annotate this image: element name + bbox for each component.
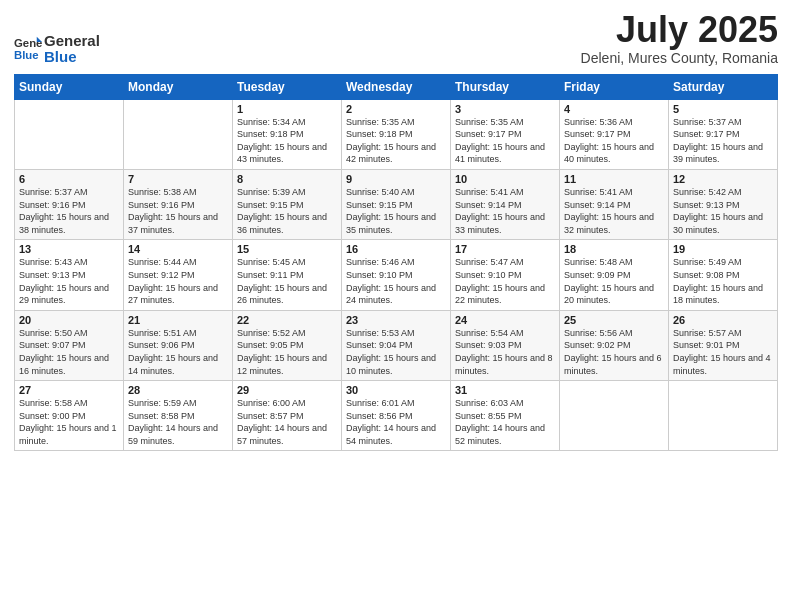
calendar-cell: 18Sunrise: 5:48 AMSunset: 9:09 PMDayligh… bbox=[560, 240, 669, 310]
day-info: Sunrise: 5:51 AMSunset: 9:06 PMDaylight:… bbox=[128, 327, 228, 377]
calendar-cell: 2Sunrise: 5:35 AMSunset: 9:18 PMDaylight… bbox=[342, 99, 451, 169]
day-number: 11 bbox=[564, 173, 664, 185]
weekday-header-saturday: Saturday bbox=[669, 74, 778, 99]
header: General Blue General Blue July 2025 Dele… bbox=[14, 10, 778, 66]
day-info: Sunrise: 5:46 AMSunset: 9:10 PMDaylight:… bbox=[346, 256, 446, 306]
day-number: 29 bbox=[237, 384, 337, 396]
day-info: Sunrise: 6:00 AMSunset: 8:57 PMDaylight:… bbox=[237, 397, 337, 447]
day-number: 25 bbox=[564, 314, 664, 326]
day-info: Sunrise: 5:35 AMSunset: 9:18 PMDaylight:… bbox=[346, 116, 446, 166]
day-info: Sunrise: 5:35 AMSunset: 9:17 PMDaylight:… bbox=[455, 116, 555, 166]
day-info: Sunrise: 5:40 AMSunset: 9:15 PMDaylight:… bbox=[346, 186, 446, 236]
day-number: 16 bbox=[346, 243, 446, 255]
calendar-cell: 21Sunrise: 5:51 AMSunset: 9:06 PMDayligh… bbox=[124, 310, 233, 380]
calendar-cell bbox=[15, 99, 124, 169]
month-title: July 2025 bbox=[581, 10, 778, 50]
calendar-cell: 16Sunrise: 5:46 AMSunset: 9:10 PMDayligh… bbox=[342, 240, 451, 310]
day-info: Sunrise: 5:44 AMSunset: 9:12 PMDaylight:… bbox=[128, 256, 228, 306]
week-row-2: 6Sunrise: 5:37 AMSunset: 9:16 PMDaylight… bbox=[15, 169, 778, 239]
day-info: Sunrise: 5:54 AMSunset: 9:03 PMDaylight:… bbox=[455, 327, 555, 377]
day-info: Sunrise: 5:39 AMSunset: 9:15 PMDaylight:… bbox=[237, 186, 337, 236]
day-number: 15 bbox=[237, 243, 337, 255]
calendar-cell: 25Sunrise: 5:56 AMSunset: 9:02 PMDayligh… bbox=[560, 310, 669, 380]
day-number: 14 bbox=[128, 243, 228, 255]
calendar-cell bbox=[560, 381, 669, 451]
calendar-cell: 26Sunrise: 5:57 AMSunset: 9:01 PMDayligh… bbox=[669, 310, 778, 380]
day-info: Sunrise: 5:37 AMSunset: 9:17 PMDaylight:… bbox=[673, 116, 773, 166]
day-number: 6 bbox=[19, 173, 119, 185]
calendar-cell: 20Sunrise: 5:50 AMSunset: 9:07 PMDayligh… bbox=[15, 310, 124, 380]
day-number: 24 bbox=[455, 314, 555, 326]
day-info: Sunrise: 5:41 AMSunset: 9:14 PMDaylight:… bbox=[564, 186, 664, 236]
calendar-cell: 22Sunrise: 5:52 AMSunset: 9:05 PMDayligh… bbox=[233, 310, 342, 380]
calendar-cell: 6Sunrise: 5:37 AMSunset: 9:16 PMDaylight… bbox=[15, 169, 124, 239]
calendar-cell: 13Sunrise: 5:43 AMSunset: 9:13 PMDayligh… bbox=[15, 240, 124, 310]
weekday-header-monday: Monday bbox=[124, 74, 233, 99]
weekday-header-friday: Friday bbox=[560, 74, 669, 99]
week-row-5: 27Sunrise: 5:58 AMSunset: 9:00 PMDayligh… bbox=[15, 381, 778, 451]
day-info: Sunrise: 5:50 AMSunset: 9:07 PMDaylight:… bbox=[19, 327, 119, 377]
calendar-cell: 5Sunrise: 5:37 AMSunset: 9:17 PMDaylight… bbox=[669, 99, 778, 169]
calendar-cell: 15Sunrise: 5:45 AMSunset: 9:11 PMDayligh… bbox=[233, 240, 342, 310]
calendar-cell: 17Sunrise: 5:47 AMSunset: 9:10 PMDayligh… bbox=[451, 240, 560, 310]
day-number: 7 bbox=[128, 173, 228, 185]
day-info: Sunrise: 5:38 AMSunset: 9:16 PMDaylight:… bbox=[128, 186, 228, 236]
day-info: Sunrise: 5:53 AMSunset: 9:04 PMDaylight:… bbox=[346, 327, 446, 377]
week-row-3: 13Sunrise: 5:43 AMSunset: 9:13 PMDayligh… bbox=[15, 240, 778, 310]
calendar-cell: 23Sunrise: 5:53 AMSunset: 9:04 PMDayligh… bbox=[342, 310, 451, 380]
day-number: 19 bbox=[673, 243, 773, 255]
day-number: 8 bbox=[237, 173, 337, 185]
day-number: 28 bbox=[128, 384, 228, 396]
week-row-4: 20Sunrise: 5:50 AMSunset: 9:07 PMDayligh… bbox=[15, 310, 778, 380]
day-number: 13 bbox=[19, 243, 119, 255]
day-number: 26 bbox=[673, 314, 773, 326]
day-info: Sunrise: 5:43 AMSunset: 9:13 PMDaylight:… bbox=[19, 256, 119, 306]
day-info: Sunrise: 5:56 AMSunset: 9:02 PMDaylight:… bbox=[564, 327, 664, 377]
day-number: 18 bbox=[564, 243, 664, 255]
day-info: Sunrise: 5:36 AMSunset: 9:17 PMDaylight:… bbox=[564, 116, 664, 166]
logo-icon: General Blue bbox=[14, 35, 42, 63]
weekday-header-tuesday: Tuesday bbox=[233, 74, 342, 99]
title-block: July 2025 Deleni, Mures County, Romania bbox=[581, 10, 778, 66]
day-info: Sunrise: 5:47 AMSunset: 9:10 PMDaylight:… bbox=[455, 256, 555, 306]
day-info: Sunrise: 5:45 AMSunset: 9:11 PMDaylight:… bbox=[237, 256, 337, 306]
day-number: 10 bbox=[455, 173, 555, 185]
day-number: 23 bbox=[346, 314, 446, 326]
day-number: 20 bbox=[19, 314, 119, 326]
calendar-cell: 12Sunrise: 5:42 AMSunset: 9:13 PMDayligh… bbox=[669, 169, 778, 239]
logo: General Blue General Blue bbox=[14, 33, 100, 66]
calendar-cell: 4Sunrise: 5:36 AMSunset: 9:17 PMDaylight… bbox=[560, 99, 669, 169]
day-number: 31 bbox=[455, 384, 555, 396]
calendar-cell bbox=[669, 381, 778, 451]
week-row-1: 1Sunrise: 5:34 AMSunset: 9:18 PMDaylight… bbox=[15, 99, 778, 169]
day-number: 9 bbox=[346, 173, 446, 185]
calendar-cell: 24Sunrise: 5:54 AMSunset: 9:03 PMDayligh… bbox=[451, 310, 560, 380]
svg-text:Blue: Blue bbox=[14, 49, 39, 61]
calendar-cell bbox=[124, 99, 233, 169]
calendar-cell: 31Sunrise: 6:03 AMSunset: 8:55 PMDayligh… bbox=[451, 381, 560, 451]
calendar-cell: 8Sunrise: 5:39 AMSunset: 9:15 PMDaylight… bbox=[233, 169, 342, 239]
calendar-cell: 11Sunrise: 5:41 AMSunset: 9:14 PMDayligh… bbox=[560, 169, 669, 239]
logo-blue: Blue bbox=[44, 49, 100, 66]
calendar-cell: 27Sunrise: 5:58 AMSunset: 9:00 PMDayligh… bbox=[15, 381, 124, 451]
day-info: Sunrise: 5:48 AMSunset: 9:09 PMDaylight:… bbox=[564, 256, 664, 306]
day-info: Sunrise: 6:01 AMSunset: 8:56 PMDaylight:… bbox=[346, 397, 446, 447]
day-info: Sunrise: 5:49 AMSunset: 9:08 PMDaylight:… bbox=[673, 256, 773, 306]
logo-general: General bbox=[44, 33, 100, 50]
calendar-cell: 3Sunrise: 5:35 AMSunset: 9:17 PMDaylight… bbox=[451, 99, 560, 169]
day-info: Sunrise: 5:59 AMSunset: 8:58 PMDaylight:… bbox=[128, 397, 228, 447]
weekday-header-thursday: Thursday bbox=[451, 74, 560, 99]
day-number: 27 bbox=[19, 384, 119, 396]
calendar: SundayMondayTuesdayWednesdayThursdayFrid… bbox=[14, 74, 778, 452]
calendar-cell: 29Sunrise: 6:00 AMSunset: 8:57 PMDayligh… bbox=[233, 381, 342, 451]
calendar-cell: 1Sunrise: 5:34 AMSunset: 9:18 PMDaylight… bbox=[233, 99, 342, 169]
weekday-header-sunday: Sunday bbox=[15, 74, 124, 99]
weekday-header-wednesday: Wednesday bbox=[342, 74, 451, 99]
day-number: 1 bbox=[237, 103, 337, 115]
day-info: Sunrise: 5:41 AMSunset: 9:14 PMDaylight:… bbox=[455, 186, 555, 236]
calendar-cell: 14Sunrise: 5:44 AMSunset: 9:12 PMDayligh… bbox=[124, 240, 233, 310]
day-info: Sunrise: 5:58 AMSunset: 9:00 PMDaylight:… bbox=[19, 397, 119, 447]
calendar-cell: 19Sunrise: 5:49 AMSunset: 9:08 PMDayligh… bbox=[669, 240, 778, 310]
day-number: 2 bbox=[346, 103, 446, 115]
day-info: Sunrise: 5:57 AMSunset: 9:01 PMDaylight:… bbox=[673, 327, 773, 377]
